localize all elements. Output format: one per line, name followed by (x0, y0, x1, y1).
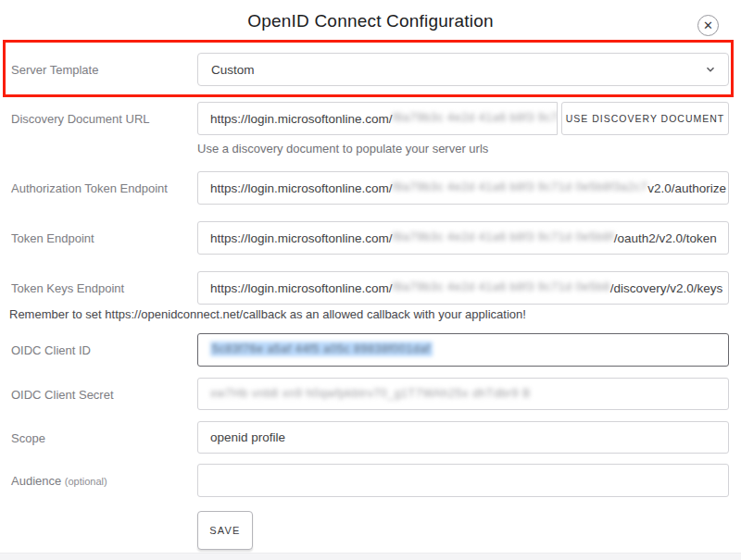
client-id-redacted: 5c83f76e a5af 44f5 a05c 89838f001daf (210, 342, 433, 356)
authorization-endpoint-redacted: f8a79b3c 4e2d 41a6 b8f3 9c71d 0e5b8f3a2c… (393, 180, 648, 193)
page-title: OpenID Connect Configuration (0, 11, 741, 31)
audience-label: Audience (optional) (11, 474, 107, 488)
discovery-url-label: Discovery Document URL (11, 112, 150, 126)
token-keys-endpoint-redacted: f8a79b3c 4e2d 41a6 b8f3 9c71d 0e5b8 (393, 280, 610, 293)
audience-input[interactable] (210, 465, 716, 496)
scope-label: Scope (11, 431, 45, 445)
audience-input-wrap (197, 464, 729, 497)
authorization-endpoint-label: Authorization Token Endpoint (11, 181, 168, 195)
server-template-label: Server Template (11, 63, 98, 77)
client-secret-label: OIDC Client Secret (11, 388, 114, 402)
discovery-url-prefix: https://login.microsoftonline.com/ (210, 112, 393, 126)
token-endpoint-label: Token Endpoint (11, 231, 94, 245)
save-button[interactable]: SAVE (197, 511, 253, 550)
close-icon: ✕ (703, 19, 713, 31)
authorization-endpoint-input[interactable]: https://login.microsoftonline.com/f8a79b… (197, 171, 729, 205)
server-template-select[interactable]: Custom (197, 53, 729, 86)
discovery-url-input[interactable]: https://login.microsoftonline.com/f8a79b… (197, 102, 558, 135)
discovery-url-redacted: f8a79b3c 4e2d 41a6 b8f3 9c71d (393, 111, 558, 124)
chevron-down-icon (706, 65, 715, 74)
server-template-selected-value: Custom (211, 63, 255, 77)
scope-input[interactable] (210, 422, 716, 453)
discovery-helper-text: Use a discovery document to populate you… (197, 142, 488, 156)
client-id-label: OIDC Client ID (11, 343, 91, 357)
token-endpoint-redacted: f8a79b3c 4e2d 41a6 b8f3 9c71d 0e5b8f (393, 230, 614, 243)
token-keys-endpoint-label: Token Keys Endpoint (11, 281, 124, 295)
page-background-strip (0, 553, 741, 560)
callback-note: Remember to set https://openidconnect.ne… (9, 307, 526, 321)
openid-config-dialog: OpenID Connect Configuration ✕ Server Te… (0, 0, 741, 560)
use-discovery-document-button[interactable]: USE DISCOVERY DOCUMENT (561, 102, 729, 135)
token-keys-endpoint-input[interactable]: https://login.microsoftonline.com/f8a79b… (197, 271, 729, 305)
scope-input-wrap (197, 421, 729, 454)
token-endpoint-input[interactable]: https://login.microsoftonline.com/f8a79b… (197, 221, 729, 255)
close-button[interactable]: ✕ (697, 15, 719, 36)
client-id-input[interactable]: 5c83f76e a5af 44f5 a05c 89838f001daf (197, 333, 729, 367)
audience-optional-suffix: (optional) (65, 476, 107, 487)
client-secret-input[interactable]: xw7Hb vnb8 xn9 h0qwfpkbtrv70_g1T7WAh25x … (197, 378, 729, 410)
client-secret-redacted: xw7Hb vnb8 xn9 h0qwfpkbtrv70_g1T7WAh25x … (210, 387, 531, 400)
